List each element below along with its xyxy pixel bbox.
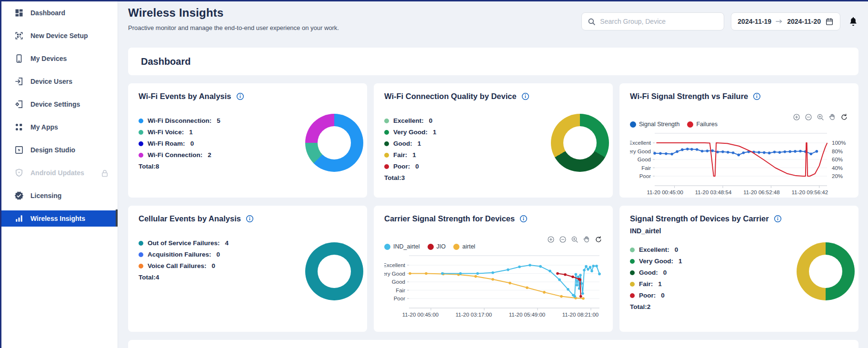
card-title: Wi-Fi Signal Strength vs Failure xyxy=(630,92,748,101)
dashboard-panel: Dashboard xyxy=(128,48,858,75)
legend-value: 1 xyxy=(189,129,193,136)
sidebar-item-label: Wireless Insights xyxy=(30,215,85,222)
donut-chart xyxy=(305,114,363,172)
card-title: Cellular Events by Analysis xyxy=(139,214,241,223)
legend-dot xyxy=(139,119,143,123)
legend-value: 5 xyxy=(217,117,220,124)
sidebar-item-device-settings[interactable]: Device Settings xyxy=(1,96,118,112)
pan-icon[interactable] xyxy=(828,113,836,121)
sidebar-item-my-apps[interactable]: My Apps xyxy=(1,119,118,135)
next-section-card-partial xyxy=(128,340,858,348)
info-icon[interactable] xyxy=(246,215,254,223)
sidebar: DashboardNew Device SetupMy DevicesDevic… xyxy=(0,1,118,348)
svg-text:11-20 08:21:00: 11-20 08:21:00 xyxy=(562,312,599,318)
info-icon[interactable] xyxy=(753,92,761,100)
legend-label: Poor: xyxy=(393,163,410,170)
sidebar-item-device-users[interactable]: Device Users xyxy=(1,73,118,89)
sidebar-item-label: Android Updates xyxy=(30,169,84,177)
chart-legend: Signal StrengthFailures xyxy=(630,121,718,128)
legend-label: Good: xyxy=(393,140,412,147)
svg-text:60%: 60% xyxy=(832,157,843,162)
notifications-bell-icon[interactable] xyxy=(848,12,858,30)
sidebar-item-label: Device Settings xyxy=(30,100,80,108)
svg-text:11-20 06:52:48: 11-20 06:52:48 xyxy=(743,189,780,195)
zoom-in-icon[interactable] xyxy=(793,113,800,121)
zoom-out-icon[interactable] xyxy=(559,236,567,243)
legend-label: Wi-Fi Roam: xyxy=(148,140,185,147)
legend-item-jio[interactable]: JIO xyxy=(428,243,446,250)
info-icon[interactable] xyxy=(774,215,782,223)
legend-dot xyxy=(630,282,635,287)
legend-dot xyxy=(630,248,635,252)
device-settings-icon xyxy=(14,99,24,109)
page-subtitle: Proactive monitor and manage the end-to-… xyxy=(128,24,339,31)
legend-item-ind-airtel[interactable]: IND_airtel xyxy=(384,243,420,250)
info-icon[interactable] xyxy=(519,215,528,223)
page-header: Wireless Insights Proactive monitor and … xyxy=(128,1,858,48)
sidebar-item-android-updates[interactable]: Android Updates xyxy=(1,165,118,181)
sidebar-item-design-studio[interactable]: Design Studio xyxy=(1,142,118,158)
legend-value: 2 xyxy=(208,151,211,159)
legend-label: Excellent: xyxy=(393,117,424,124)
legend-item-failures[interactable]: Failures xyxy=(687,121,717,128)
box-zoom-icon[interactable] xyxy=(571,236,579,243)
dashboard-heading: Dashboard xyxy=(141,56,190,67)
reset-icon[interactable] xyxy=(595,236,602,243)
legend-dot xyxy=(453,244,459,250)
svg-text:Good: Good xyxy=(392,279,405,285)
svg-text:Very Good: Very Good xyxy=(630,149,651,154)
sidebar-item-label: Licensing xyxy=(30,192,61,199)
sidebar-item-label: My Apps xyxy=(30,123,58,131)
box-zoom-icon[interactable] xyxy=(817,113,824,121)
sidebar-item-label: New Device Setup xyxy=(30,32,88,40)
legend-label: Excellent: xyxy=(639,246,669,253)
legend-label: Fair: xyxy=(639,280,653,288)
card-subtitle: IND_airtel xyxy=(630,227,848,235)
legend-dot xyxy=(139,264,143,268)
search-input[interactable] xyxy=(600,18,718,25)
svg-text:Excellent: Excellent xyxy=(630,140,651,146)
info-icon[interactable] xyxy=(521,92,529,100)
pan-icon[interactable] xyxy=(583,236,590,243)
zoom-in-icon[interactable] xyxy=(547,236,555,243)
sidebar-scrollbar-thumb[interactable] xyxy=(116,209,118,227)
legend-value: 0 xyxy=(217,251,220,258)
svg-text:11-20 03:17:00: 11-20 03:17:00 xyxy=(456,312,492,318)
legend-dot xyxy=(630,259,635,264)
lock-icon xyxy=(100,169,109,177)
legend-value: 1 xyxy=(678,258,682,265)
sidebar-item-dashboard[interactable]: Dashboard xyxy=(1,5,118,21)
legend-value: 1 xyxy=(433,129,437,136)
legend-label: Failures xyxy=(696,121,717,128)
legend-value: 4 xyxy=(225,239,229,247)
zoom-out-icon[interactable] xyxy=(805,113,812,121)
info-icon[interactable] xyxy=(236,92,244,100)
date-from[interactable]: 2024-11-19 xyxy=(738,18,771,25)
date-to[interactable]: 2024-11-20 xyxy=(787,18,821,25)
apps-icon xyxy=(14,122,24,132)
sidebar-item-my-devices[interactable]: My Devices xyxy=(1,50,118,67)
main-content: Wireless Insights Proactive monitor and … xyxy=(119,1,868,348)
reset-icon[interactable] xyxy=(840,113,848,121)
sidebar-item-new-device-setup[interactable]: New Device Setup xyxy=(1,28,118,44)
legend-label: Wi-Fi Disconnection: xyxy=(148,117,211,124)
card-cellular-events-by-analysis: Cellular Events by Analysis Out of Servi… xyxy=(128,206,367,332)
svg-text:11-20 09:56:42: 11-20 09:56:42 xyxy=(792,189,828,195)
sidebar-item-wireless-insights[interactable]: Wireless Insights xyxy=(1,210,118,227)
total-label: Total:2 xyxy=(630,303,848,310)
legend-value: 1 xyxy=(658,280,662,288)
device-user-icon xyxy=(14,77,24,86)
svg-text:Poor: Poor xyxy=(639,173,651,179)
card-wifi-connection-quality-by-device: Wi-Fi Connection Quality by Device Excel… xyxy=(374,83,613,198)
legend-item-signal-strength[interactable]: Signal Strength xyxy=(630,121,679,128)
legend-dot xyxy=(139,141,143,146)
legend-value: 0 xyxy=(212,262,216,269)
legend-label: Out of Service Failures: xyxy=(148,239,220,247)
date-range-picker[interactable]: 2024-11-19 2024-11-20 xyxy=(731,12,840,30)
card-wifi-events-by-analysis: Wi-Fi Events by Analysis Wi-Fi Disconnec… xyxy=(128,83,367,198)
svg-text:Fair: Fair xyxy=(641,165,651,171)
legend-value: 0 xyxy=(429,117,433,124)
calendar-icon[interactable] xyxy=(825,17,834,26)
legend-item-airtel[interactable]: airtel xyxy=(453,243,475,250)
sidebar-item-licensing[interactable]: Licensing xyxy=(1,188,118,204)
